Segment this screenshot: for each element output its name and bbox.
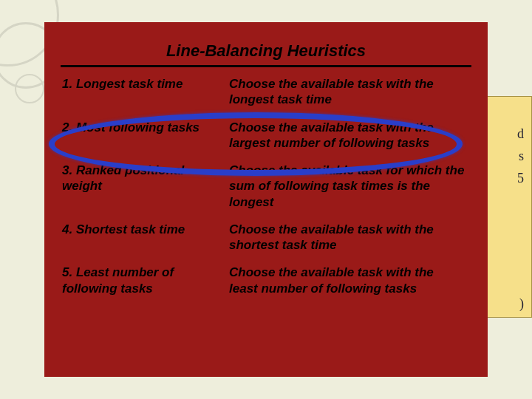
title-separator — [61, 65, 471, 67]
heuristic-row: 2. Most following tasks Choose the avail… — [59, 120, 473, 151]
bg-text-fragment: 5 — [517, 171, 524, 186]
heuristic-name: 5. Least number of following tasks — [59, 265, 229, 296]
heuristic-name: 4. Shortest task time — [59, 222, 229, 253]
bg-text-fragment: d — [517, 126, 524, 142]
heuristic-desc: Choose the available task with the least… — [229, 265, 466, 296]
heuristic-row: 4. Shortest task time Choose the availab… — [59, 222, 473, 253]
main-panel: Line-Balancing Heuristics 1. Longest tas… — [44, 22, 488, 377]
heuristic-row: 5. Least number of following tasks Choos… — [59, 265, 473, 296]
heuristic-desc: Choose the available task with the longe… — [229, 76, 466, 108]
heuristic-name: 2. Most following tasks — [59, 120, 229, 151]
slide-canvas: d s 5 ) Line-Balancing Heuristics 1. Lon… — [0, 0, 532, 399]
heuristic-desc: Choose the available task with the large… — [229, 120, 466, 151]
bg-text-fragment: ) — [519, 296, 524, 312]
decorative-circle — [15, 74, 44, 103]
heuristic-desc: Choose the available task with the short… — [229, 222, 466, 253]
heuristic-row: 3. Ranked positional weight Choose the a… — [59, 163, 473, 210]
heuristic-desc: Choose the available task for which the … — [229, 163, 466, 210]
bg-text-fragment: s — [519, 149, 524, 164]
heuristic-row: 1. Longest task time Choose the availabl… — [59, 76, 473, 108]
heuristic-name: 1. Longest task time — [59, 76, 229, 108]
heuristic-name: 3. Ranked positional weight — [59, 163, 229, 210]
panel-title: Line-Balancing Heuristics — [59, 41, 473, 61]
